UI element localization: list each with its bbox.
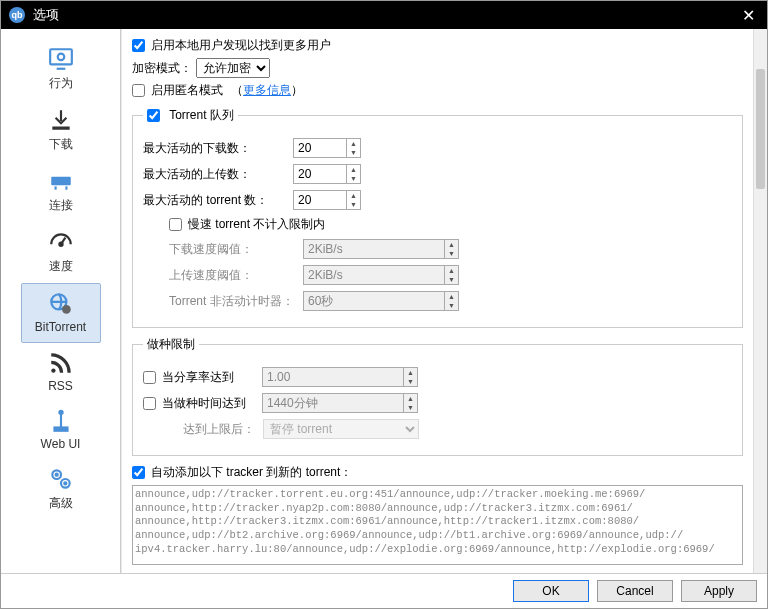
svg-rect-6 [65,186,67,189]
enable-lpd-checkbox[interactable] [132,39,145,52]
max-uploads-label: 最大活动的上传数： [143,166,293,183]
anon-row: 启用匿名模式 （更多信息） [132,82,743,99]
queue-legend: Torrent 队列 [143,107,238,124]
anon-mode-checkbox[interactable] [132,84,145,97]
apply-button[interactable]: Apply [681,580,757,602]
app-icon: qb [9,7,25,23]
download-icon [21,106,101,134]
rss-icon [21,349,101,377]
sidebar-item-bittorrent[interactable]: BitTorrent [21,283,101,343]
inactive-timer-label: Torrent 非活动计时器： [169,293,303,310]
max-active-spinner[interactable]: ▲▼ [293,190,361,210]
time-spinner: ▲▼ [262,393,418,413]
svg-rect-0 [50,49,72,64]
svg-point-11 [51,368,55,372]
seeding-legend: 做种限制 [143,336,199,353]
more-info-link[interactable]: 更多信息 [243,83,291,97]
sidebar-item-rss[interactable]: RSS [21,343,101,401]
ul-threshold-label: 上传速度阈值： [169,267,303,284]
globe-gear-icon [22,290,100,318]
dont-count-slow-checkbox[interactable] [169,218,182,231]
auto-add-trackers-checkbox[interactable] [132,466,145,479]
sidebar-item-label: RSS [21,379,101,393]
then-action-select: 暂停 torrent [263,419,419,439]
sidebar-item-behavior[interactable]: 行为 [21,39,101,100]
close-icon[interactable]: ✕ [738,6,759,25]
spinner-down-icon: ▼ [347,148,360,157]
auto-tracker-row: 自动添加以下 tracker 到新的 torrent： [132,464,743,481]
queue-enable-checkbox[interactable] [147,109,160,122]
window-title: 选项 [33,6,738,24]
sidebar-item-label: 行为 [21,75,101,92]
sidebar-item-speed[interactable]: 速度 [21,222,101,283]
ul-threshold-spinner: ▲▼ [303,265,459,285]
sidebar-item-label: Web UI [21,437,101,451]
anon-mode-label: 启用匿名模式 [151,82,223,99]
svg-rect-13 [54,428,67,431]
encryption-mode-select[interactable]: 允许加密 [196,58,270,78]
lpd-row: 启用本地用户发现以找到更多用户 [132,37,743,54]
ratio-spinner: ▲▼ [262,367,418,387]
max-active-label: 最大活动的 torrent 数： [143,192,293,209]
encryption-row: 加密模式： 允许加密 [132,58,743,78]
svg-point-2 [57,54,64,61]
max-downloads-spinner[interactable]: ▲▼ [293,138,361,158]
svg-point-10 [62,305,71,314]
footer: OK Cancel Apply [1,573,767,608]
sidebar-item-label: 高级 [21,495,101,512]
options-window: qb 选项 ✕ 行为 下载 连接 速度 BitTorrent [0,0,768,609]
titlebar: qb 选项 ✕ [1,1,767,29]
time-limit-checkbox[interactable] [143,397,156,410]
auto-add-trackers-label: 自动添加以下 tracker 到新的 torrent： [151,464,352,481]
ratio-limit-checkbox[interactable] [143,371,156,384]
sidebar-item-label: BitTorrent [22,320,100,334]
svg-rect-3 [52,127,69,130]
network-icon [21,167,101,195]
ok-button[interactable]: OK [513,580,589,602]
max-uploads-spinner[interactable]: ▲▼ [293,164,361,184]
enable-lpd-label: 启用本地用户发现以找到更多用户 [151,37,331,54]
sidebar-item-webui[interactable]: Web UI [21,401,101,459]
dont-count-slow-label: 慢速 torrent 不计入限制内 [188,216,325,233]
torrent-queue-fieldset: Torrent 队列 最大活动的下载数： ▲▼ 最大活动的上传数： ▲▼ 最大活… [132,107,743,328]
sidebar: 行为 下载 连接 速度 BitTorrent RSS [1,29,121,573]
then-action-label: 达到上限后： [183,421,263,438]
svg-rect-4 [51,177,71,186]
gears-icon [21,465,101,493]
inactive-timer-spinner: ▲▼ [303,291,459,311]
gauge-icon [21,228,101,256]
sidebar-item-connection[interactable]: 连接 [21,161,101,222]
svg-point-17 [55,474,57,476]
svg-point-14 [59,411,62,414]
scrollbar[interactable] [753,29,767,573]
sidebar-item-download[interactable]: 下载 [21,100,101,161]
svg-point-18 [64,482,66,484]
spinner-up-icon: ▲ [347,139,360,148]
trackers-textarea[interactable]: announce,udp://tracker.torrent.eu.org:45… [132,485,743,565]
cancel-button[interactable]: Cancel [597,580,673,602]
content-panel: 启用本地用户发现以找到更多用户 加密模式： 允许加密 启用匿名模式 （更多信息）… [121,29,753,573]
ratio-limit-label: 当分享率达到 [162,369,262,386]
sidebar-item-label: 下载 [21,136,101,153]
sidebar-item-label: 连接 [21,197,101,214]
seeding-limits-fieldset: 做种限制 当分享率达到 ▲▼ 当做种时间达到 ▲▼ 达到上限后： 暂停 torr… [132,336,743,456]
dl-threshold-spinner: ▲▼ [303,239,459,259]
time-limit-label: 当做种时间达到 [162,395,262,412]
antenna-icon [21,407,101,435]
dl-threshold-label: 下载速度阈值： [169,241,303,258]
scrollbar-thumb[interactable] [756,69,765,189]
sidebar-item-label: 速度 [21,258,101,275]
monitor-gear-icon [21,45,101,73]
svg-rect-5 [54,186,56,189]
svg-point-8 [59,243,62,246]
encryption-mode-label: 加密模式： [132,60,192,77]
body: 行为 下载 连接 速度 BitTorrent RSS [1,29,767,573]
sidebar-item-advanced[interactable]: 高级 [21,459,101,520]
max-downloads-label: 最大活动的下载数： [143,140,293,157]
